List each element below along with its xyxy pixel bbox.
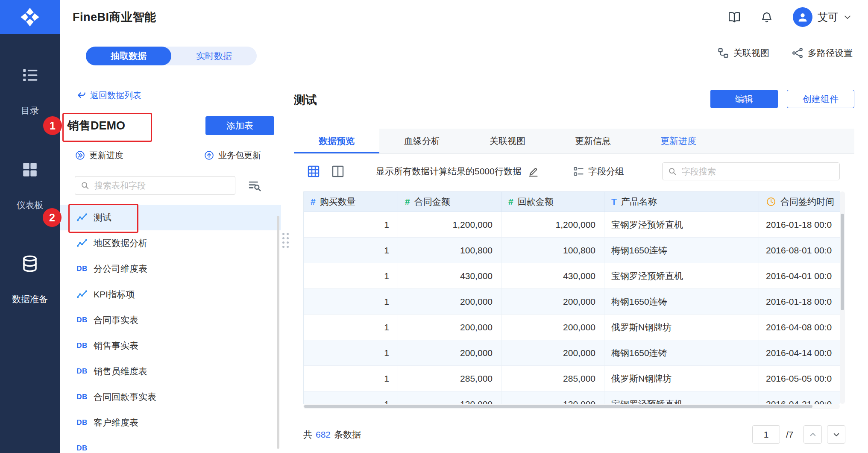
update-progress-icon [75, 150, 85, 161]
user-avatar [793, 7, 812, 27]
table-name: KPI指标项 [94, 288, 135, 300]
next-page-button[interactable] [827, 425, 845, 444]
table-cell: 2016-08-01 00:0 [759, 238, 840, 263]
table-cell: 梅钢1650连铸 [604, 289, 759, 314]
table-row: 1 285,000 285,000 俄罗斯N钢牌坊 2016-05-05 00:… [304, 366, 840, 391]
table-vertical-scrollbar[interactable] [840, 191, 845, 404]
table-row: 1 200,000 200,000 俄罗斯N钢牌坊 2016-04-08 00:… [304, 315, 840, 340]
table-cell: 2016-04-21 00:0 [759, 391, 840, 404]
sidebar-item-data-prep[interactable]: 数据准备 [0, 255, 60, 305]
table-list-item[interactable]: DB [60, 435, 281, 453]
tab-data-preview[interactable]: 数据预览 [294, 129, 379, 153]
panel-resize-handle[interactable] [282, 233, 289, 248]
sidebar-item-label: 数据准备 [0, 293, 60, 305]
table-cell: 梅钢1650连铸 [604, 238, 759, 263]
table-name: 地区数据分析 [94, 237, 147, 249]
tab-extract-data[interactable]: 抽取数据 [86, 47, 171, 65]
table-search-input[interactable] [94, 180, 230, 191]
main-nav-sidebar: 目录 仪表板 数据准备 [0, 34, 60, 453]
field-group-button[interactable]: 字段分组 [573, 162, 624, 180]
table-name: 销售员维度表 [94, 365, 147, 377]
table-list-item[interactable]: KPI指标项 [60, 282, 281, 307]
grid-view-icon[interactable] [307, 165, 320, 178]
table-row: 1 1,200,000 1,200,000 宝钢罗泾预矫直机 2016-01-1… [304, 212, 840, 238]
line-chart-icon [76, 288, 88, 300]
search-filter-icon[interactable] [248, 179, 261, 192]
column-header: # 回款金额 [501, 192, 604, 212]
multipath-setting-link[interactable]: 多路径设置 [792, 47, 853, 59]
table-cell: 120,000 [501, 391, 604, 404]
total-count[interactable]: 682 [316, 429, 331, 440]
package-update-link[interactable]: 业务包更新 [204, 150, 261, 161]
tab-relation-view[interactable]: 关联视图 [465, 129, 550, 153]
tab-update-info[interactable]: 更新信息 [550, 129, 636, 153]
business-package-panel: 抽取数据 实时数据 返回数据列表 销售DEMO 添加表 更新进度 [60, 34, 282, 453]
main-content: 关联视图 多路径设置 测试 编辑 创建组件 数据预览 血缘分析 关联视图 [281, 34, 868, 453]
list-icon [21, 66, 39, 84]
back-to-data-list-link[interactable]: 返回数据列表 [77, 90, 141, 101]
total-rows-info: 共 682 条数据 [303, 425, 361, 444]
dataset-title: 测试 [294, 92, 317, 108]
table-cell: 100,800 [398, 238, 501, 263]
table-cell: 100,800 [501, 238, 604, 263]
previous-page-button[interactable] [803, 425, 822, 444]
table-cell: 1 [304, 238, 398, 263]
finebi-logo[interactable] [0, 0, 60, 34]
tab-realtime-data[interactable]: 实时数据 [171, 47, 257, 65]
table-list-item[interactable]: DB 销售员维度表 [60, 359, 281, 384]
table-cell: 宝钢罗泾预矫直机 [604, 263, 759, 288]
table-cell: 200,000 [501, 315, 604, 340]
package-name: 销售DEMO [67, 118, 125, 133]
vertical-scrollbar-thumb[interactable] [841, 214, 844, 310]
create-component-button[interactable]: 创建组件 [787, 90, 854, 108]
table-cell: 430,000 [398, 263, 501, 288]
data-mode-tabs: 抽取数据 实时数据 [86, 47, 257, 65]
table-cell: 200,000 [501, 340, 604, 365]
notifications-bell-icon[interactable] [760, 11, 773, 24]
table-list-item[interactable]: DB 客户维度表 [60, 410, 281, 435]
package-update-label: 业务包更新 [218, 150, 261, 161]
update-progress-link[interactable]: 更新进度 [75, 150, 123, 161]
finebi-logo-icon [19, 6, 41, 28]
column-label: 购买数量 [320, 196, 356, 208]
pane-view-icon[interactable] [331, 165, 345, 178]
panel-scrollbar-thumb[interactable] [277, 216, 279, 449]
user-menu[interactable]: 艾可 [793, 7, 852, 27]
table-horizontal-scrollbar[interactable] [303, 404, 840, 409]
edit-button[interactable]: 编辑 [710, 90, 778, 108]
table-list-item[interactable]: DB 合同回款事实表 [60, 384, 281, 410]
table-row: 1 100,800 100,800 梅钢1650连铸 2016-08-01 00… [304, 238, 840, 263]
table-cell: 200,000 [398, 340, 501, 365]
table-cell: 200,000 [398, 315, 501, 340]
table-list-item[interactable]: 地区数据分析 [60, 230, 281, 256]
back-link-label: 返回数据列表 [90, 90, 141, 101]
table-name: 合同事实表 [94, 314, 138, 326]
table-list-item[interactable]: DB 分公司维度表 [60, 256, 281, 282]
relation-view-link[interactable]: 关联视图 [717, 47, 769, 59]
dataset-tabstrip: 数据预览 血缘分析 关联视图 更新信息 更新进度 [294, 129, 854, 154]
table-list-item[interactable]: DB 销售事实表 [60, 333, 281, 359]
table-list-item-test[interactable]: 测试 [60, 205, 281, 230]
edit-pencil-icon[interactable] [528, 166, 539, 177]
table-row: 1 200,000 200,000 梅钢1650连铸 2016-01-18 00… [304, 289, 840, 315]
db-table-icon: DB [76, 263, 88, 275]
table-footer: 共 682 条数据 /7 [281, 425, 868, 444]
page-number-input[interactable] [752, 425, 780, 444]
sidebar-item-dashboard[interactable]: 仪表板 [0, 161, 60, 211]
db-table-icon: DB [76, 417, 88, 429]
table-cell: 1 [304, 366, 398, 391]
table-name: 销售事实表 [94, 340, 138, 352]
page-total: /7 [786, 425, 794, 444]
help-docs-icon[interactable] [728, 11, 741, 24]
db-table-icon: DB [76, 442, 88, 453]
tab-lineage-analysis[interactable]: 血缘分析 [379, 129, 465, 153]
horizontal-scrollbar-thumb[interactable] [304, 405, 812, 408]
number-field-icon: # [508, 197, 513, 207]
column-header: # 合同金额 [398, 192, 501, 212]
sidebar-item-catalog[interactable]: 目录 [0, 66, 60, 117]
table-list-item[interactable]: DB 合同事实表 [60, 307, 281, 333]
tab-update-progress[interactable]: 更新进度 [636, 129, 721, 153]
table-cell: 1 [304, 340, 398, 365]
add-table-button[interactable]: 添加表 [205, 116, 274, 135]
field-search-input[interactable] [681, 166, 834, 177]
